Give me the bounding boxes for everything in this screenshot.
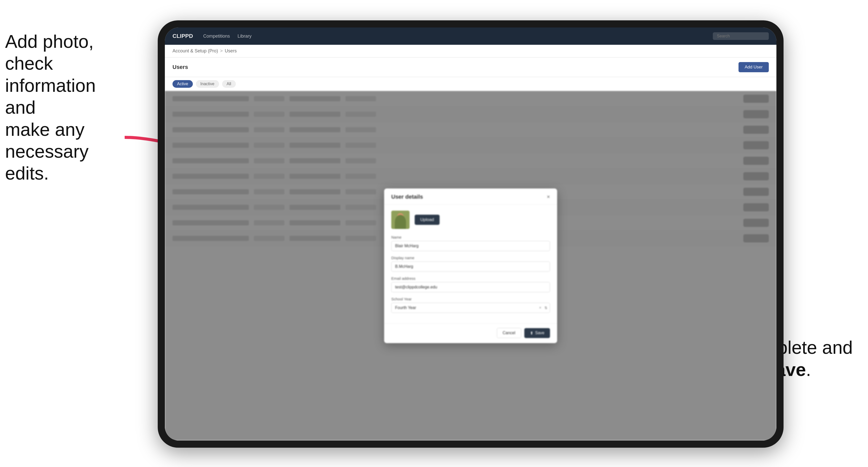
school-year-label: School Year [391,297,550,301]
modal-close-button[interactable]: × [547,194,550,200]
photo-section: Upload [391,211,550,229]
display-name-field-group: Display name [391,256,550,272]
breadcrumb-account[interactable]: Account & Setup (Pro) [173,48,218,54]
save-button[interactable]: ⬆ Save [524,328,550,338]
nav-item-library[interactable]: Library [238,34,252,39]
modal-title: User details [391,193,423,200]
breadcrumb-users[interactable]: Users [225,48,237,54]
left-annotation-text: Add photo, check information and make an… [5,31,96,183]
breadcrumb: Account & Setup (Pro) > Users [165,45,776,58]
nav-search-input[interactable] [713,32,769,40]
filter-tab-all[interactable]: All [222,80,236,88]
filter-tab-active[interactable]: Active [173,80,193,88]
tablet-outer: CLIPPD Competitions Library Account & Se… [158,20,783,448]
table-area: User details × [165,91,776,440]
tablet-screen: CLIPPD Competitions Library Account & Se… [165,28,776,440]
school-year-input[interactable] [391,303,550,313]
email-input[interactable] [391,282,550,292]
user-details-modal: User details × [384,188,557,343]
nav-logo: CLIPPD [173,33,193,39]
add-user-button[interactable]: Add User [739,62,769,72]
filter-bar: Active Inactive All [165,77,776,91]
page-title: Users [173,64,188,70]
save-label: Save [535,331,545,335]
modal-body: Upload Name Display name [384,205,557,323]
display-name-label: Display name [391,256,550,260]
user-photo-thumbnail [391,211,410,229]
school-year-select-wrapper: × ⇅ [391,303,550,313]
email-field-group: Email address [391,276,550,292]
school-year-clear-button[interactable]: × [539,306,541,310]
left-annotation: Add photo, check information and make an… [5,31,112,184]
modal-footer: Cancel ⬆ Save [384,323,557,343]
nav-items: Competitions Library [203,34,252,39]
breadcrumb-sep: > [220,48,223,54]
tablet-device: CLIPPD Competitions Library Account & Se… [158,20,783,448]
app-content: CLIPPD Competitions Library Account & Se… [165,28,776,440]
name-field-group: Name [391,235,550,251]
nav-item-competitions[interactable]: Competitions [203,34,230,39]
top-nav: CLIPPD Competitions Library [165,28,776,45]
photo-body [395,215,406,229]
page-header: Users Add User [165,58,776,77]
upload-photo-button[interactable]: Upload [415,215,440,225]
cancel-button[interactable]: Cancel [497,328,521,338]
modal-header: User details × [384,188,557,205]
display-name-input[interactable] [391,261,550,272]
email-label: Email address [391,276,550,281]
modal-overlay: User details × [165,91,776,440]
name-label: Name [391,235,550,239]
filter-tab-inactive[interactable]: Inactive [196,80,219,88]
save-icon: ⬆ [530,331,533,336]
school-year-field-group: School Year × ⇅ [391,297,550,313]
name-input[interactable] [391,241,550,251]
